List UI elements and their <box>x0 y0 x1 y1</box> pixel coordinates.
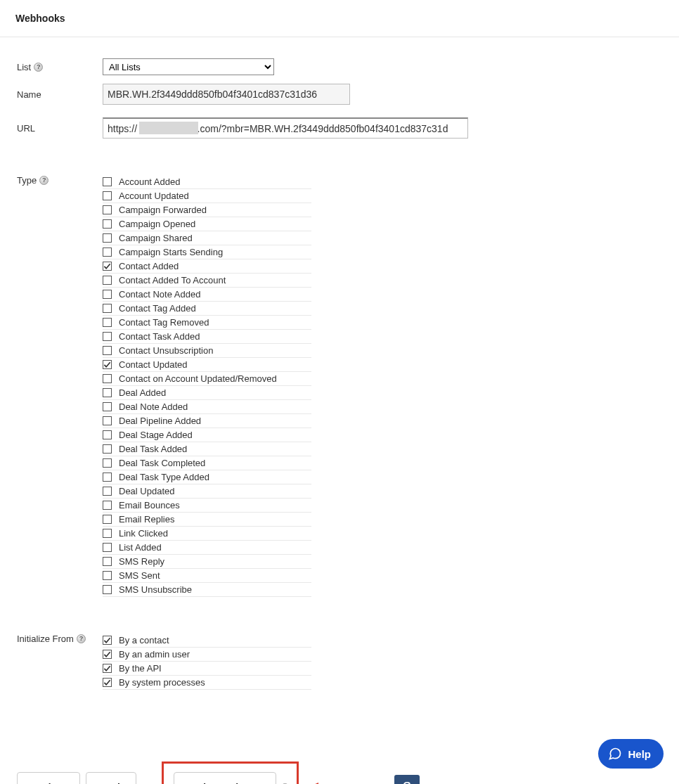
init-option-label: By an admin user <box>119 649 190 660</box>
help-icon[interactable]: ? <box>77 634 86 643</box>
init-label-wrap: Initialize From ? <box>17 634 103 644</box>
type-option-label: Deal Pipeline Added <box>119 416 201 426</box>
url-label-wrap: URL <box>17 123 103 134</box>
init-option-checkbox[interactable] <box>103 636 112 645</box>
row-type: Type ? Account AddedAccount UpdatedCampa… <box>17 175 664 597</box>
type-option-checkbox[interactable] <box>103 388 112 397</box>
list-select[interactable]: All Lists <box>103 58 274 75</box>
type-option-label: Campaign Shared <box>119 233 193 243</box>
type-checklist: Account AddedAccount UpdatedCampaign For… <box>103 175 311 597</box>
type-option-checkbox[interactable] <box>103 318 112 327</box>
type-option-checkbox[interactable] <box>103 360 112 369</box>
type-option-label: Contact Updated <box>119 359 188 370</box>
type-option-row: Deal Task Completed <box>103 456 311 470</box>
type-option-checkbox[interactable] <box>103 248 112 257</box>
type-option-checkbox[interactable] <box>103 416 112 425</box>
init-label: Initialize From <box>17 634 74 644</box>
type-option-checkbox[interactable] <box>103 529 112 538</box>
type-option-checkbox[interactable] <box>103 304 112 313</box>
type-option-checkbox[interactable] <box>103 557 112 566</box>
type-option-checkbox[interactable] <box>103 430 112 439</box>
type-option-checkbox[interactable] <box>103 332 112 341</box>
type-option-row: Deal Updated <box>103 484 311 499</box>
type-option-row: Account Added <box>103 175 311 189</box>
help-icon[interactable]: ? <box>34 63 43 72</box>
url-mask <box>103 117 468 139</box>
init-option-row: By system processes <box>103 676 311 690</box>
type-option-checkbox[interactable] <box>103 444 112 454</box>
annotation-arrow <box>307 780 384 784</box>
type-option-label: Deal Added <box>119 387 166 398</box>
init-option-checkbox[interactable] <box>103 678 112 687</box>
type-option-row: Campaign Forwarded <box>103 203 311 217</box>
type-option-row: Email Replies <box>103 513 311 527</box>
type-option-label: Email Bounces <box>119 500 180 510</box>
type-option-checkbox[interactable] <box>103 402 112 411</box>
row-init: Initialize From ? By a contactBy an admi… <box>17 634 664 690</box>
update-button[interactable]: Update <box>17 772 80 784</box>
url-input[interactable] <box>103 117 468 139</box>
type-option-label: SMS Sent <box>119 570 160 581</box>
type-option-checkbox[interactable] <box>103 487 112 496</box>
type-label: Type <box>17 175 37 186</box>
send-sample-data-button[interactable]: Send Sample Data <box>174 772 276 784</box>
init-option-row: By an admin user <box>103 648 311 662</box>
page-header: Webhooks <box>0 0 679 37</box>
back-button[interactable]: Back <box>86 772 136 784</box>
type-option-checkbox[interactable] <box>103 346 112 355</box>
row-url: URL <box>17 117 664 139</box>
type-option-row: Contact Added <box>103 259 311 274</box>
type-option-row: Deal Note Added <box>103 400 311 414</box>
type-option-checkbox[interactable] <box>103 177 112 186</box>
type-option-row: Deal Task Type Added <box>103 470 311 484</box>
type-option-checkbox[interactable] <box>103 191 112 200</box>
url-label: URL <box>17 123 35 134</box>
type-option-checkbox[interactable] <box>103 571 112 580</box>
init-option-checkbox[interactable] <box>103 650 112 659</box>
type-option-label: SMS Unsubscribe <box>119 584 192 595</box>
row-name: Name <box>17 84 664 105</box>
type-option-label: Contact Tag Removed <box>119 317 209 328</box>
type-option-row: SMS Reply <box>103 555 311 569</box>
name-label: Name <box>17 89 41 100</box>
type-option-checkbox[interactable] <box>103 515 112 524</box>
type-option-row: Deal Added <box>103 386 311 400</box>
type-option-checkbox[interactable] <box>103 585 112 594</box>
type-option-label: Account Added <box>119 176 180 187</box>
type-option-checkbox[interactable] <box>103 233 112 243</box>
help-icon[interactable]: ? <box>39 176 48 185</box>
type-option-label: Deal Task Added <box>119 444 187 454</box>
type-option-checkbox[interactable] <box>103 473 112 482</box>
type-option-label: Contact Task Added <box>119 331 200 342</box>
type-option-row: List Added <box>103 541 311 555</box>
type-option-row: SMS Unsubscribe <box>103 583 311 597</box>
type-option-row: Contact Added To Account <box>103 274 311 288</box>
type-option-row: Campaign Starts Sending <box>103 245 311 259</box>
init-option-checkbox[interactable] <box>103 664 112 673</box>
type-option-row: Contact Tag Removed <box>103 316 311 330</box>
annotation-callout: Send Sample Data ? <box>162 761 299 784</box>
type-option-label: Deal Task Completed <box>119 458 205 468</box>
init-option-row: By the API <box>103 662 311 676</box>
type-option-label: Contact Added To Account <box>119 275 226 285</box>
type-option-row: Contact Unsubscription <box>103 344 311 358</box>
type-option-row: Campaign Shared <box>103 231 311 245</box>
type-option-checkbox[interactable] <box>103 458 112 468</box>
type-option-checkbox[interactable] <box>103 290 112 299</box>
help-widget[interactable]: Help <box>598 739 664 769</box>
type-option-row: Contact Task Added <box>103 330 311 344</box>
type-option-checkbox[interactable] <box>103 543 112 552</box>
row-list: List ? All Lists <box>17 58 664 75</box>
type-option-row: Deal Task Added <box>103 442 311 456</box>
list-label-wrap: List ? <box>17 62 103 72</box>
type-option-checkbox[interactable] <box>103 262 112 271</box>
type-option-checkbox[interactable] <box>103 276 112 285</box>
name-input[interactable] <box>103 84 350 105</box>
type-option-label: Contact Tag Added <box>119 303 196 314</box>
type-option-checkbox[interactable] <box>103 205 112 214</box>
init-option-label: By a contact <box>119 635 169 645</box>
type-option-checkbox[interactable] <box>103 219 112 229</box>
type-option-label: Deal Updated <box>119 486 175 496</box>
type-option-checkbox[interactable] <box>103 374 112 383</box>
type-option-checkbox[interactable] <box>103 501 112 510</box>
